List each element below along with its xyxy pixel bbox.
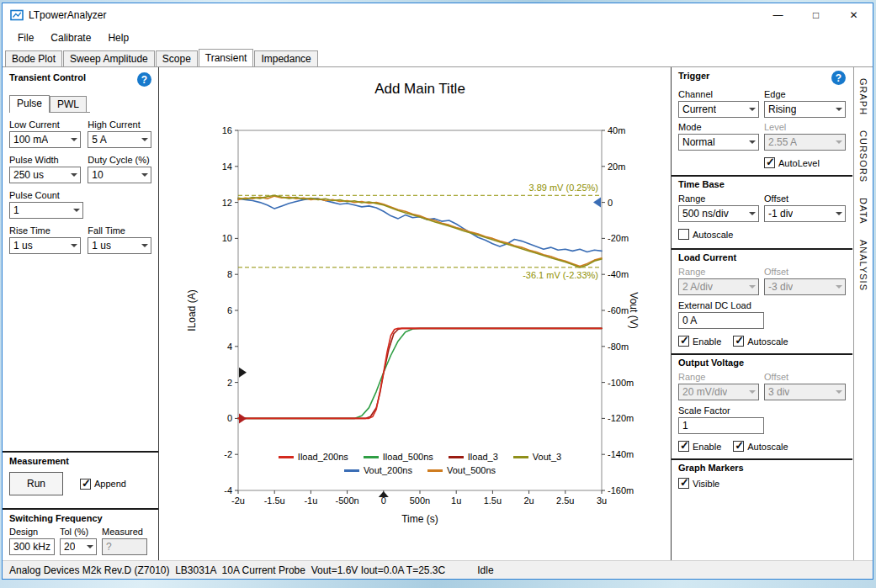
svg-text:-2: -2 <box>224 449 232 459</box>
status-device-info: Analog Devices M2k Rev.D (Z7010) LB3031A… <box>9 564 445 576</box>
load-range-label: Range <box>678 267 759 277</box>
scale-factor-input[interactable] <box>678 417 764 434</box>
side-tab-data[interactable]: DATA <box>856 192 871 230</box>
duty-cycle-select[interactable]: 10 <box>88 167 151 183</box>
trigger-time-marker[interactable] <box>379 491 389 497</box>
svg-text:-80m: -80m <box>608 342 629 352</box>
transient-control-header: Transient Control <box>9 72 86 82</box>
switching-frequency-header: Switching Frequency <box>9 513 151 523</box>
svg-text:8: 8 <box>227 269 232 279</box>
side-tab-cursors[interactable]: CURSORS <box>856 124 871 188</box>
menu-calibrate[interactable]: Calibrate <box>42 29 99 47</box>
autolevel-checkbox[interactable]: AutoLevel <box>764 157 846 168</box>
chevron-down-icon <box>138 173 151 177</box>
trigger-channel-select[interactable]: Current <box>678 101 759 118</box>
timebase-offset-select[interactable]: -1 div <box>764 205 846 222</box>
timebase-offset-label: Offset <box>764 193 846 204</box>
checkbox-box <box>678 478 689 489</box>
chevron-down-icon <box>746 212 758 215</box>
svg-text:-1.5u: -1.5u <box>264 495 285 506</box>
svg-text:3u: 3u <box>597 495 607 506</box>
load-current-header: Load Current <box>678 252 846 262</box>
chevron-down-icon <box>832 140 845 144</box>
vout-autoscale-checkbox[interactable]: Autoscale <box>733 441 788 452</box>
main-tab-bar: Bode Plot Sweep Amplitude Scope Transien… <box>3 49 873 66</box>
rise-time-label: Rise Time <box>9 225 81 236</box>
minimize-button[interactable]: — <box>759 3 797 27</box>
menu-help[interactable]: Help <box>99 29 137 47</box>
mode-label: Mode <box>678 122 759 132</box>
tab-sweep-amplitude[interactable]: Sweep Amplitude <box>63 50 155 66</box>
help-icon[interactable] <box>137 72 151 87</box>
rise-time-select[interactable]: 1 us <box>9 237 81 254</box>
pulse-width-select[interactable]: 250 us <box>9 167 81 183</box>
graph-markers-header: Graph Markers <box>678 463 846 473</box>
low-current-select[interactable]: 100 mA <box>9 131 81 148</box>
tab-pulse[interactable]: Pulse <box>9 95 50 113</box>
transient-control-panel: Transient Control Pulse PWL Low Current … <box>3 67 159 560</box>
chevron-down-icon <box>67 244 80 247</box>
time-axis-label: Time (s) <box>238 513 602 525</box>
load-autoscale-checkbox[interactable]: Autoscale <box>733 336 788 347</box>
tab-transient[interactable]: Transient <box>199 49 254 66</box>
high-current-select[interactable]: 5 A <box>88 131 151 148</box>
load-enable-checkbox[interactable]: Enable <box>678 336 721 347</box>
svg-text:10: 10 <box>222 233 232 243</box>
chevron-down-icon <box>138 244 151 247</box>
design-label: Design <box>9 527 55 537</box>
transient-page: Transient Control Pulse PWL Low Current … <box>3 66 873 560</box>
tab-pwl[interactable]: PWL <box>50 96 87 112</box>
checkbox-box <box>678 229 689 240</box>
svg-text:4: 4 <box>227 342 232 352</box>
chevron-down-icon <box>746 390 758 394</box>
pulse-count-select[interactable]: 1 <box>9 202 83 219</box>
vout-range-label: Range <box>678 372 759 382</box>
svg-text:500n: 500n <box>410 495 430 506</box>
measurement-section: Measurement Run Append <box>3 451 158 495</box>
menu-file[interactable]: File <box>9 29 42 47</box>
measured-label: Measured <box>102 527 147 537</box>
channel-label: Channel <box>678 89 759 99</box>
chevron-down-icon <box>67 173 80 177</box>
trigger-edge-select[interactable]: Rising <box>764 101 846 118</box>
fall-time-label: Fall Time <box>88 225 151 236</box>
svg-text:20m: 20m <box>608 162 625 172</box>
vout-autoscale-label: Autoscale <box>747 442 788 452</box>
timebase-range-select[interactable]: 500 ns/div <box>678 205 759 222</box>
tab-bode-plot[interactable]: Bode Plot <box>5 50 62 66</box>
chevron-down-icon <box>746 140 758 144</box>
help-icon[interactable] <box>831 71 846 85</box>
markers-visible-label: Visible <box>693 479 719 489</box>
fall-time-select[interactable]: 1 us <box>88 237 151 254</box>
tolerance-select[interactable]: 20 <box>60 538 97 555</box>
iload-axis-label: ILoad (A) <box>186 289 198 331</box>
tab-impedance[interactable]: Impedance <box>254 50 317 66</box>
design-frequency-input[interactable] <box>9 538 55 555</box>
svg-text:2.5u: 2.5u <box>556 495 574 506</box>
load-enable-label: Enable <box>693 336 721 347</box>
autolevel-label: AutoLevel <box>778 158 820 168</box>
chevron-down-icon <box>138 138 151 141</box>
trigger-mode-select[interactable]: Normal <box>678 134 759 151</box>
duty-cycle-label: Duty Cycle (%) <box>88 155 151 165</box>
tab-scope[interactable]: Scope <box>156 50 198 66</box>
svg-text:40m: 40m <box>608 125 625 135</box>
markers-visible-checkbox[interactable]: Visible <box>678 478 719 489</box>
vout-enable-checkbox[interactable]: Enable <box>678 441 721 452</box>
load-autoscale-label: Autoscale <box>747 336 788 347</box>
svg-text:12: 12 <box>222 198 232 208</box>
run-button[interactable]: Run <box>9 472 63 495</box>
svg-text:1u: 1u <box>451 495 461 506</box>
side-tab-analysis[interactable]: ANALYSIS <box>856 234 871 297</box>
timebase-autoscale-checkbox[interactable]: Autoscale <box>678 229 733 240</box>
svg-text:2u: 2u <box>523 495 534 506</box>
side-tab-graph[interactable]: GRAPH <box>856 72 871 121</box>
chart-area: Add Main Title -2u-1.5u-1u-500n0500n1u1.… <box>160 67 670 560</box>
svg-text:-20m: -20m <box>608 233 629 243</box>
external-dc-load-input[interactable] <box>678 312 764 329</box>
chart-title[interactable]: Add Main Title <box>238 81 602 98</box>
svg-text:1.5u: 1.5u <box>484 495 502 506</box>
append-checkbox[interactable]: Append <box>80 479 126 490</box>
maximize-button[interactable]: □ <box>797 3 835 27</box>
close-button[interactable]: ✕ <box>835 3 873 27</box>
